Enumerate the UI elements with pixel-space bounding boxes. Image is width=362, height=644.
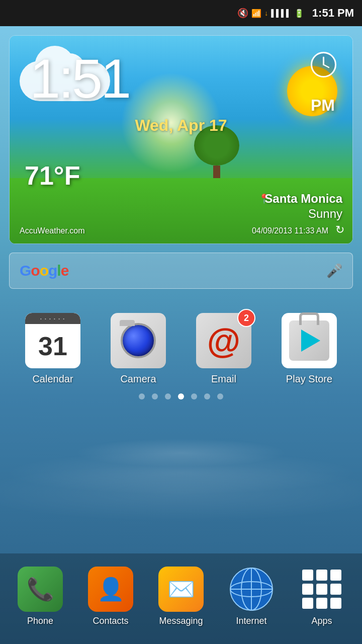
apps-grid	[302, 570, 341, 609]
google-search-bar[interactable]: Google 🎤	[9, 253, 353, 289]
clock-icon	[310, 51, 337, 80]
camera-app[interactable]: Camera	[106, 313, 171, 385]
status-time: 1:51 PM	[312, 7, 354, 20]
weather-temperature: 71°F	[25, 160, 80, 191]
internet-app[interactable]: Internet	[224, 567, 279, 626]
weather-date: Wed, Apr 17	[10, 116, 352, 135]
main-screen: 1:51 PM Wed, Apr 17 71°F 📍	[0, 26, 362, 644]
contacts-label: Contacts	[93, 616, 128, 626]
playstore-label: Play Store	[286, 373, 332, 385]
contacts-app[interactable]: 👤 Contacts	[83, 567, 138, 626]
calendar-header	[25, 313, 80, 324]
weather-provider: AccuWeather.com	[20, 226, 85, 235]
phone-app[interactable]: 📞 Phone	[13, 567, 68, 626]
playstore-app[interactable]: Play Store	[277, 313, 342, 385]
weather-condition: Sunny	[308, 207, 342, 221]
camera-top	[120, 320, 135, 326]
google-mic-icon[interactable]: 🎤	[326, 263, 342, 279]
camera-icon-wrapper[interactable]	[111, 313, 166, 368]
weather-widget[interactable]: 1:51 PM Wed, Apr 17 71°F 📍	[9, 35, 353, 244]
app-icons-row: 31 Calendar Camera @ 2 Email	[0, 313, 362, 385]
signal-icon: ▌▌▌▌	[271, 9, 291, 17]
email-badge: 2	[237, 309, 255, 327]
calendar-icon-wrapper[interactable]: 31	[25, 313, 80, 368]
status-bar: 🔇 📶 ↓ ▌▌▌▌ 🔋 1:51 PM	[0, 0, 362, 26]
weather-ampm: PM	[311, 96, 335, 115]
weather-location: Santa Monica	[264, 192, 342, 206]
page-dot-3[interactable]	[165, 393, 171, 399]
email-app[interactable]: @ 2 Email	[191, 313, 256, 385]
messaging-icon: ✉️	[158, 567, 204, 612]
weather-time: 1:51	[30, 51, 129, 106]
dock: 📞 Phone 👤 Contacts ✉️ Messaging	[0, 553, 362, 644]
page-dot-4[interactable]	[178, 393, 184, 399]
calendar-app[interactable]: 31 Calendar	[20, 313, 85, 385]
messaging-app[interactable]: ✉️ Messaging	[153, 567, 209, 626]
weather-updated: 04/09/2013 11:33 AM	[252, 226, 328, 235]
weather-overlay: 1:51 PM Wed, Apr 17 71°F 📍	[10, 36, 352, 244]
play-triangle	[301, 330, 320, 352]
page-dot-6[interactable]	[204, 393, 210, 399]
page-dot-2[interactable]	[152, 393, 158, 399]
download-icon: ↓	[264, 9, 268, 17]
battery-icon: 🔋	[294, 9, 304, 18]
internet-icon	[229, 567, 274, 612]
apps-label: Apps	[311, 616, 332, 626]
status-icons: 🔇 📶 ↓ ▌▌▌▌ 🔋	[237, 8, 304, 19]
apps-grid-icon	[299, 567, 344, 612]
apps-drawer[interactable]: Apps	[294, 567, 349, 626]
mute-icon: 🔇	[237, 8, 248, 19]
page-dot-1[interactable]	[139, 393, 145, 399]
calendar-label: Calendar	[32, 373, 73, 385]
email-icon-wrapper[interactable]: @ 2	[196, 313, 251, 368]
phone-label: Phone	[27, 616, 53, 626]
calendar-icon: 31	[25, 313, 80, 368]
page-dot-5[interactable]	[191, 393, 197, 399]
messaging-label: Messaging	[159, 616, 203, 626]
email-at-symbol: @	[207, 321, 240, 360]
playstore-icon	[282, 313, 337, 368]
page-dot-7[interactable]	[217, 393, 223, 399]
contacts-icon: 👤	[88, 567, 133, 612]
email-label: Email	[211, 373, 236, 385]
phone-icon: 📞	[18, 567, 63, 612]
wifi-icon: 📶	[251, 9, 261, 18]
calendar-day: 31	[25, 324, 80, 368]
weather-refresh-icon[interactable]: ↻	[335, 223, 344, 236]
page-indicators	[0, 393, 362, 399]
google-logo: Google	[20, 262, 68, 279]
camera-label: Camera	[120, 373, 156, 385]
camera-icon	[111, 313, 166, 368]
playstore-bag	[289, 320, 329, 361]
camera-lens	[121, 323, 156, 358]
playstore-icon-wrapper[interactable]	[282, 313, 337, 368]
internet-label: Internet	[236, 616, 266, 626]
